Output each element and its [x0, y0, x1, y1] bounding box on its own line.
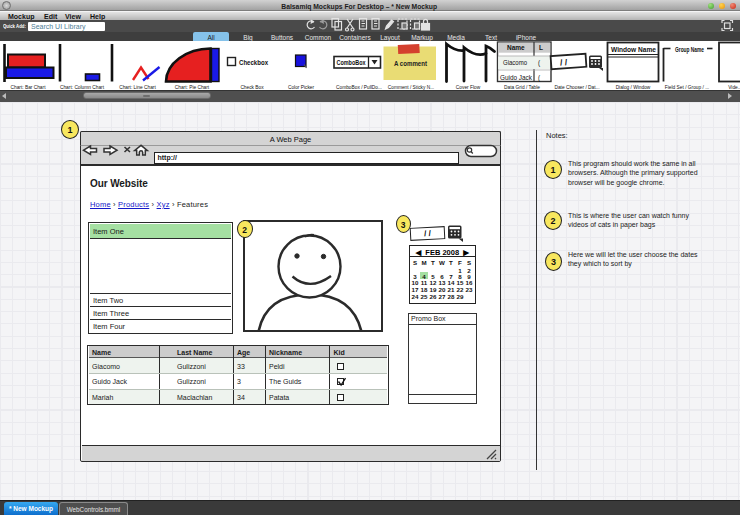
svg-text:L: L	[539, 44, 543, 51]
svg-text:ComboBox: ComboBox	[337, 59, 366, 66]
svg-text:Window Name: Window Name	[611, 46, 656, 53]
svg-text:Checkbox: Checkbox	[239, 58, 268, 67]
svg-text:/ /: / /	[560, 57, 568, 68]
svg-text:Giacomo: Giacomo	[503, 59, 527, 66]
svg-text:Guido Jack: Guido Jack	[500, 74, 533, 81]
svg-text:A comment: A comment	[394, 60, 428, 67]
svg-text:Name: Name	[507, 44, 525, 51]
svg-text:Group Name: Group Name	[675, 46, 704, 54]
